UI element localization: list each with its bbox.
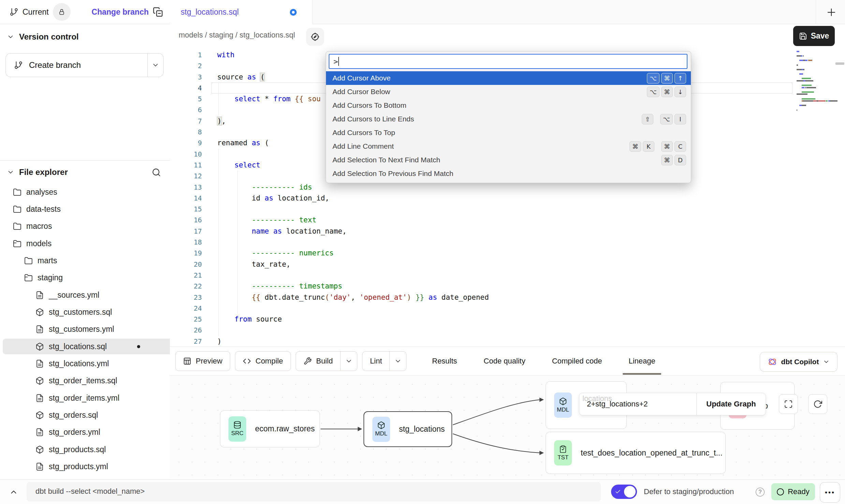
line-number: 24 xyxy=(170,303,202,314)
code-line xyxy=(217,270,489,281)
minimap[interactable] xyxy=(795,49,845,346)
fullscreen-button[interactable] xyxy=(779,394,798,414)
line-number: 7 xyxy=(170,116,202,127)
minimap-line xyxy=(797,55,801,57)
build-dropdown[interactable] xyxy=(340,352,357,371)
file-tree-item-data-tests[interactable]: data-tests xyxy=(3,201,177,217)
command-item-add-selection-to-next-find-match[interactable]: Add Selection To Next Find Match⌘D xyxy=(326,153,691,167)
version-control-header[interactable]: Version control xyxy=(7,31,157,43)
more-options-button[interactable]: ••• xyxy=(820,482,840,503)
file-name: stg_order_items.yml xyxy=(49,394,119,403)
line-number: 25 xyxy=(170,314,202,325)
minimap-slider[interactable] xyxy=(835,62,844,65)
lint-dropdown[interactable] xyxy=(389,352,406,371)
branch-bar: Current Change branch xyxy=(0,0,170,24)
code-line xyxy=(217,325,489,336)
minimap-line xyxy=(805,80,814,81)
tab-code-quality[interactable]: Code quality xyxy=(478,347,531,375)
preview-button[interactable]: Preview xyxy=(175,351,230,371)
command-palette-input[interactable]: > xyxy=(329,54,687,69)
command-item-add-cursors-to-line-ends[interactable]: Add Cursors to Line Ends⇧⌥I xyxy=(326,112,691,126)
shortcut-keys: ⌘K⌘C xyxy=(625,141,686,152)
lineage-selector-input[interactable]: locations 2+stg_locations+2 xyxy=(579,393,696,415)
chevron-down-icon xyxy=(394,357,402,365)
key-badge: ⌘ xyxy=(661,141,673,152)
create-branch-button[interactable]: Create branch xyxy=(5,53,164,77)
file-tree-item-macros[interactable]: macros xyxy=(3,219,177,234)
minimap-line xyxy=(830,100,837,102)
file-name: marts xyxy=(38,256,57,265)
help-icon[interactable]: ? xyxy=(756,488,765,496)
check-icon xyxy=(615,489,621,495)
tab-title: stg_locations.sql xyxy=(181,8,239,17)
command-item-add-cursors-to-bottom[interactable]: Add Cursors To Bottom xyxy=(326,99,691,112)
explore-docs-button[interactable] xyxy=(306,28,324,46)
line-number: 21 xyxy=(170,270,202,281)
code-line xyxy=(217,204,489,214)
command-item-add-line-comment[interactable]: Add Line Comment⌘K⌘C xyxy=(326,139,691,153)
command-label: Add Selection To Next Find Match xyxy=(332,156,440,164)
folder-open-icon xyxy=(24,273,33,282)
defer-toggle[interactable] xyxy=(611,485,637,499)
tab-lineage[interactable]: Lineage xyxy=(623,347,661,375)
tab-results[interactable]: Results xyxy=(426,347,463,375)
minimap-line xyxy=(802,91,814,93)
key-badge: I xyxy=(674,114,686,124)
save-button[interactable]: Save xyxy=(793,26,835,46)
line-number: 5 xyxy=(170,93,202,104)
compass-icon xyxy=(310,32,320,42)
dbt-copilot-button[interactable]: dbt Copilot xyxy=(760,352,837,372)
lint-button[interactable]: Lint xyxy=(362,351,406,371)
command-item-add-selection-to-previous-find-match[interactable]: Add Selection To Previous Find Match xyxy=(326,167,691,180)
minimap-line xyxy=(797,51,799,52)
code-line: id as location_id, xyxy=(217,193,489,204)
command-input-box[interactable]: dbt build --select <model_name> xyxy=(27,482,601,502)
section-divider xyxy=(0,160,170,161)
lineage-node-test[interactable]: TSTtest_does_location_opened_at_trunc_t.… xyxy=(546,432,726,474)
new-tab-button[interactable] xyxy=(825,6,837,18)
editor-tab-stg-locations[interactable]: stg_locations.sql xyxy=(170,0,313,24)
copy-icon[interactable] xyxy=(153,7,163,17)
file-explorer-header[interactable]: File explorer xyxy=(7,165,163,179)
toggle-knob xyxy=(624,486,636,498)
file-name: analyses xyxy=(26,188,57,197)
line-number: 27 xyxy=(170,336,202,346)
key-group: ⌘K xyxy=(629,141,654,152)
command-label: Add Selection To Previous Find Match xyxy=(332,169,453,178)
search-icon[interactable] xyxy=(152,168,161,177)
file-tree-item-staging[interactable]: staging xyxy=(3,270,188,286)
dbt-copilot-logo-icon xyxy=(768,357,777,367)
wrench-icon xyxy=(303,357,312,365)
file-explorer-title: File explorer xyxy=(19,167,68,177)
expand-panel-button[interactable] xyxy=(8,487,19,498)
create-branch-dropdown[interactable] xyxy=(147,54,163,77)
change-branch-link[interactable]: Change branch xyxy=(92,8,149,17)
breadcrumb[interactable]: models / staging / stg_locations.sql xyxy=(179,31,295,40)
panel-tabs: ResultsCode qualityCompiled codeLineage xyxy=(426,347,661,375)
refresh-button[interactable] xyxy=(808,394,827,414)
lineage-canvas[interactable]: SRCecom.raw_storesMDLatioMDLstg_location… xyxy=(170,376,845,479)
build-button[interactable]: Build xyxy=(296,351,357,371)
key-group: ⌥⌘↓ xyxy=(647,87,686,97)
command-item-add-cursor-above[interactable]: Add Cursor Above⌥⌘↑ xyxy=(326,71,691,85)
shortcut-keys: ⌥⌘↑ xyxy=(642,73,686,84)
command-item-add-cursors-to-top[interactable]: Add Cursors To Top xyxy=(326,126,691,139)
command-label: Add Cursors to Line Ends xyxy=(332,115,414,123)
tab-compiled-code[interactable]: Compiled code xyxy=(546,347,608,375)
minimap-line xyxy=(801,55,802,57)
compile-button[interactable]: Compile xyxy=(235,351,291,371)
command-item-add-cursor-below[interactable]: Add Cursor Below⌥⌘↓ xyxy=(326,85,691,99)
update-graph-button[interactable]: Update Graph xyxy=(696,393,766,415)
file-name: stg_orders.sql xyxy=(49,411,98,420)
key-badge: ↓ xyxy=(674,87,686,97)
file-tree-item-models[interactable]: models xyxy=(3,236,177,251)
modified-dot xyxy=(137,345,140,348)
lineage-node-source[interactable]: SRCecom.raw_stores xyxy=(220,410,320,447)
save-label: Save xyxy=(811,31,829,41)
line-number: 11 xyxy=(170,160,202,171)
file-tree-item-analyses[interactable]: analyses xyxy=(3,184,177,200)
file-tree-item-marts[interactable]: marts xyxy=(3,253,188,268)
lineage-node-model[interactable]: MDLstg_locations xyxy=(364,411,452,447)
line-number: 8 xyxy=(170,127,202,137)
file-name: stg_products.yml xyxy=(49,462,108,471)
